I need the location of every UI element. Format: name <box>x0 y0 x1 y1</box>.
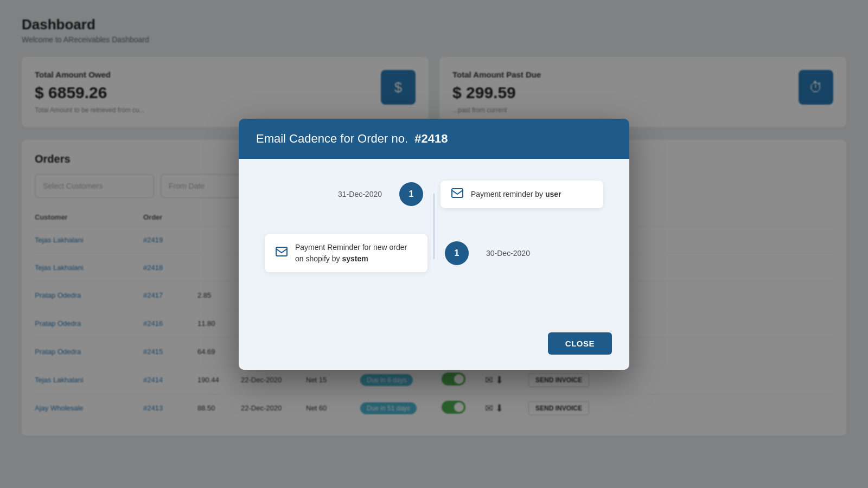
timeline-circle-1: 1 <box>399 182 423 206</box>
modal-header: Email Cadence for Order no. #2418 <box>239 119 629 159</box>
timeline-date-2: 30-Dec-2020 <box>486 249 530 258</box>
modal-overlay: Email Cadence for Order no. #2418 31-Dec… <box>0 0 868 488</box>
timeline-card-right-1: Payment reminder by user <box>423 181 603 208</box>
timeline: 31-Dec-2020 1 <box>265 181 603 272</box>
timeline-card-2: Payment Reminder for new order on shopif… <box>265 234 427 272</box>
modal-body: 31-Dec-2020 1 <box>239 159 629 332</box>
timeline-date-1: 31-Dec-2020 <box>338 190 382 198</box>
modal-title: Email Cadence for Order no. #2418 <box>256 132 612 146</box>
timeline-card-left-2: Payment Reminder for new order on shopif… <box>265 234 445 272</box>
timeline-card-1: Payment reminder by user <box>441 181 603 208</box>
close-button[interactable]: CLOSE <box>548 332 612 355</box>
timeline-item-1: 31-Dec-2020 1 <box>265 181 603 208</box>
envelope-icon-1 <box>451 188 463 201</box>
timeline-circle-2: 1 <box>445 241 469 265</box>
timeline-item-2: Payment Reminder for new order on shopif… <box>265 234 603 272</box>
timeline-card-text-2: Payment Reminder for new order on shopif… <box>295 242 417 265</box>
svg-rect-1 <box>276 247 287 256</box>
email-cadence-modal: Email Cadence for Order no. #2418 31-Dec… <box>239 119 629 370</box>
timeline-date-left-1: 31-Dec-2020 <box>265 190 399 198</box>
envelope-icon-2 <box>276 247 288 259</box>
modal-order-number: #2418 <box>414 132 448 145</box>
modal-footer: CLOSE <box>239 332 629 370</box>
svg-rect-0 <box>452 189 463 197</box>
timeline-date-right-2: 30-Dec-2020 <box>469 249 603 258</box>
timeline-card-text-1: Payment reminder by user <box>471 189 561 200</box>
